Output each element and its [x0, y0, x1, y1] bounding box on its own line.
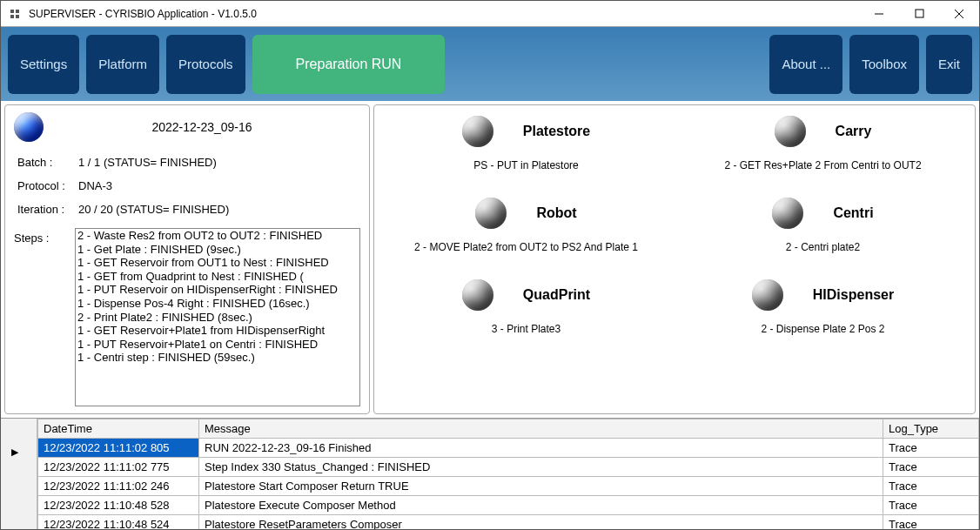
device-status: 2 - GET Res+Plate 2 From Centri to OUT2: [724, 159, 921, 185]
run-timestamp: 2022-12-23_09-16: [44, 120, 360, 134]
log-col-message[interactable]: Message: [199, 419, 883, 439]
log-col-type[interactable]: Log_Type: [883, 419, 979, 439]
settings-button[interactable]: Settings: [8, 35, 79, 94]
about-button[interactable]: About ...: [769, 35, 842, 94]
protocol-label: Protocol :: [17, 179, 78, 192]
device-status-icon: [752, 279, 783, 311]
device-status: 2 - MOVE Plate2 from OUT2 to PS2 And Pla…: [414, 241, 638, 267]
device-name: Platestore: [523, 124, 590, 139]
step-item[interactable]: 1 - GET from Quadprint to Nest : FINISHE…: [76, 270, 359, 284]
current-row-marker-icon: ▶: [11, 446, 18, 458]
log-cell-message: Step Index 330 Status_Changed : FINISHED: [199, 458, 883, 477]
log-cell-datetime: 12/23/2022 11:11:02 805: [38, 439, 199, 458]
log-row[interactable]: 12/23/2022 11:10:48 524Platestore ResetP…: [38, 515, 979, 530]
app-icon: [8, 7, 22, 21]
preparation-run-button[interactable]: Preparation RUN: [252, 35, 446, 94]
device-status: 2 - Dispense Plate 2 Pos 2: [761, 323, 884, 349]
device-name: QuadPrint: [523, 287, 590, 303]
log-cell-message: Platestore Start Composer Return TRUE: [199, 477, 883, 496]
svg-rect-0: [10, 10, 14, 13]
device-status: PS - PUT in Platestore: [473, 159, 579, 185]
log-cell-datetime: 12/23/2022 11:11:02 775: [38, 458, 199, 477]
svg-rect-5: [916, 10, 923, 17]
device-cell: Robot2 - MOVE Plate2 from OUT2 to PS2 An…: [379, 194, 673, 271]
menu-bar: Settings Platform Protocols Preparation …: [1, 27, 979, 101]
device-cell: QuadPrint3 - Print Plate3: [379, 276, 673, 352]
log-row[interactable]: 12/23/2022 11:10:48 528Platestore Execut…: [38, 496, 979, 515]
device-status-icon: [462, 116, 493, 147]
log-cell-type: Trace: [883, 439, 979, 458]
step-item[interactable]: 2 - Print Plate2 : FINISHED (8sec.): [76, 311, 359, 325]
log-table-scroll[interactable]: DateTime Message Log_Type 12/23/2022 11:…: [37, 419, 979, 529]
device-status-icon: [462, 279, 493, 311]
device-name: Centri: [833, 205, 873, 221]
run-status-icon: [14, 112, 44, 142]
minimize-button[interactable]: [859, 1, 899, 27]
run-info-panel: 2022-12-23_09-16 Batch :1 / 1 (STATUS= F…: [4, 104, 370, 414]
protocols-button[interactable]: Protocols: [166, 35, 245, 94]
window-title: SUPERVISER - CYRISBIO Application - V1.0…: [29, 8, 257, 20]
device-name: HIDispenser: [813, 287, 894, 303]
svg-rect-1: [16, 10, 19, 13]
log-row[interactable]: 12/23/2022 11:11:02 805RUN 2022-12-23_09…: [38, 439, 979, 458]
device-status: 3 - Print Plate3: [492, 323, 560, 349]
log-cell-message: Platestore Execute Composer Method: [199, 496, 883, 515]
log-col-datetime[interactable]: DateTime: [38, 419, 199, 439]
device-name: Robot: [536, 205, 576, 221]
platform-button[interactable]: Platform: [86, 35, 159, 94]
device-status-icon: [475, 198, 507, 229]
device-cell: Carry2 - GET Res+Plate 2 From Centri to …: [676, 112, 970, 189]
step-item[interactable]: 1 - PUT Reservoir on HIDispenserRight : …: [76, 283, 359, 297]
step-item[interactable]: 1 - PUT Reservoir+Plate1 on Centri : FIN…: [76, 338, 359, 352]
device-cell: Centri2 - Centri plate2: [676, 194, 970, 271]
device-name: Carry: [836, 124, 872, 139]
iteration-value: 20 / 20 (STATUS= FINISHED): [78, 203, 229, 216]
log-cell-message: RUN 2022-12-23_09-16 Finished: [199, 439, 883, 458]
app-window: SUPERVISER - CYRISBIO Application - V1.0…: [0, 0, 980, 530]
title-bar: SUPERVISER - CYRISBIO Application - V1.0…: [1, 1, 979, 27]
toolbox-button[interactable]: Toolbox: [849, 35, 919, 94]
log-cell-message: Platestore ResetParameters Composer: [199, 515, 883, 530]
log-table: DateTime Message Log_Type 12/23/2022 11:…: [37, 419, 979, 529]
step-item[interactable]: 1 - Dispense Pos-4 Right : FINISHED (16s…: [76, 297, 359, 311]
log-row[interactable]: 12/23/2022 11:11:02 775Step Index 330 St…: [38, 458, 979, 477]
log-cell-type: Trace: [883, 477, 979, 496]
batch-label: Batch :: [17, 156, 78, 169]
log-row[interactable]: 12/23/2022 11:11:02 246Platestore Start …: [38, 477, 979, 496]
svg-rect-3: [16, 15, 19, 18]
log-cell-datetime: 12/23/2022 11:11:02 246: [38, 477, 199, 496]
log-cell-type: Trace: [883, 458, 979, 477]
log-panel: ▶ DateTime Message Log_Type 12/23/2022 1…: [1, 418, 979, 529]
step-item[interactable]: 1 - Centri step : FINISHED (59sec.): [76, 351, 359, 365]
log-cell-datetime: 12/23/2022 11:10:48 528: [38, 496, 199, 515]
log-cell-type: Trace: [883, 515, 979, 530]
close-button[interactable]: [939, 1, 979, 27]
device-status: 2 - Centri plate2: [786, 241, 860, 267]
steps-listbox[interactable]: 2 - Waste Res2 from OUT2 to OUT2 : FINIS…: [75, 228, 360, 406]
svg-rect-2: [10, 15, 14, 18]
devices-panel: PlatestorePS - PUT in PlatestoreCarry2 -…: [373, 104, 976, 414]
batch-value: 1 / 1 (STATUS= FINISHED): [78, 156, 217, 169]
device-cell: PlatestorePS - PUT in Platestore: [379, 112, 673, 189]
device-cell: HIDispenser2 - Dispense Plate 2 Pos 2: [676, 276, 970, 352]
log-cell-datetime: 12/23/2022 11:10:48 524: [38, 515, 199, 530]
step-item[interactable]: 1 - Get Plate : FINISHED (9sec.): [76, 243, 359, 257]
protocol-value: DNA-3: [78, 179, 112, 192]
steps-label: Steps :: [14, 228, 75, 406]
exit-button[interactable]: Exit: [926, 35, 972, 94]
step-item[interactable]: 1 - GET Reservoir+Plate1 from HIDispense…: [76, 324, 359, 338]
maximize-button[interactable]: [899, 1, 939, 27]
step-item[interactable]: 1 - GET Reservoir from OUT1 to Nest : FI…: [76, 256, 359, 270]
log-cell-type: Trace: [883, 496, 979, 515]
iteration-label: Iteration :: [17, 203, 78, 216]
step-item[interactable]: 2 - Waste Res2 from OUT2 to OUT2 : FINIS…: [76, 229, 359, 243]
device-status-icon: [772, 198, 803, 229]
device-status-icon: [775, 116, 806, 147]
row-header-gutter: [1, 419, 37, 529]
